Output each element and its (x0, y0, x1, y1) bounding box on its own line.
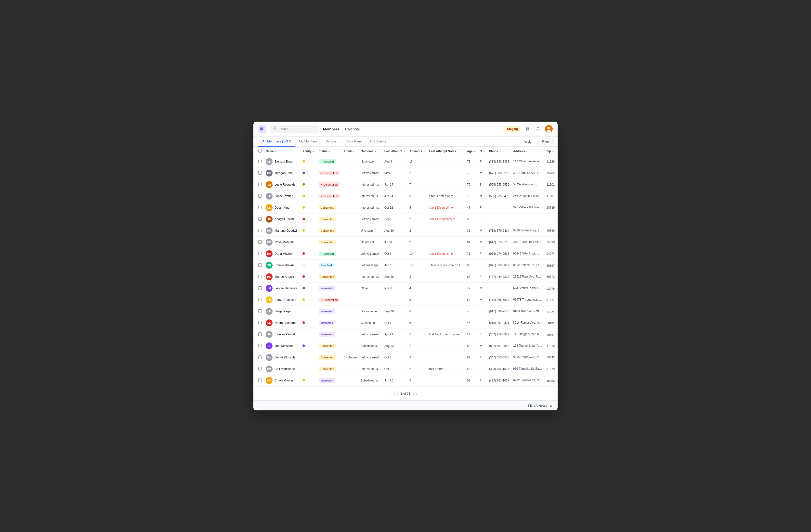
col-status[interactable]: Status▼ (317, 146, 342, 156)
row-checkbox-cell[interactable] (254, 248, 264, 260)
app-logo[interactable] (258, 125, 266, 133)
tab-all-members[interactable]: All Members (1415) (258, 137, 295, 146)
row-checkbox-cell[interactable] (254, 168, 264, 179)
col-zip[interactable]: Zip▼ (545, 146, 557, 156)
prev-page-button[interactable]: ‹ (391, 390, 398, 397)
row-checkbox-cell[interactable] (254, 179, 264, 190)
row-checkbox[interactable] (258, 367, 262, 371)
row-checkbox-cell[interactable] (254, 156, 264, 168)
table-row[interactable]: MC Meagan Cole ✕Disenrolled Left voicema… (254, 168, 557, 179)
name-cell[interactable]: NS Neoma Schaden (264, 317, 301, 329)
add-icon[interactable]: ⊕ (557, 332, 557, 337)
row-checkbox[interactable] (258, 217, 262, 221)
nav-calendar[interactable]: Calendar (345, 127, 360, 131)
name-cell[interactable]: CG Chaya Glover (264, 375, 301, 386)
row-checkbox[interactable] (258, 275, 262, 278)
table-row[interactable]: MK Marlee Krajcik Consented Interested -… (254, 271, 557, 283)
col-outcome[interactable]: Outcome▼ (358, 146, 382, 156)
next-page-button[interactable]: › (413, 390, 420, 397)
name-cell[interactable]: DM Dana Mitchell (264, 248, 301, 260)
search-box[interactable] (270, 125, 319, 132)
row-checkbox[interactable] (258, 298, 262, 301)
col-g[interactable]: G▼ (478, 146, 487, 156)
name-cell[interactable]: LH Leonie Hammes (264, 283, 301, 294)
row-checkbox[interactable] (258, 240, 262, 244)
name-cell[interactable]: EB Emmie Brakus (264, 260, 301, 271)
table-row[interactable]: DM Dana Mitchell ✓Enrolled Left voicemai… (254, 248, 557, 260)
row-checkbox[interactable] (258, 378, 262, 382)
col-name[interactable]: Name▼ (264, 146, 301, 156)
row-checkbox[interactable] (258, 332, 262, 336)
search-input[interactable] (278, 127, 316, 131)
add-icon[interactable]: ⊕ (557, 378, 557, 383)
select-all-checkbox-header[interactable] (254, 146, 264, 156)
row-checkbox[interactable] (258, 263, 262, 267)
row-checkbox[interactable] (258, 229, 262, 232)
name-cell[interactable]: CM Colt Morissette (264, 363, 301, 375)
row-checkbox-cell[interactable] (254, 190, 264, 202)
table-row[interactable]: AE Abagail Effertz Consented Left voicem… (254, 214, 557, 225)
table-row[interactable]: EB Emmie Brakus Reached Left message Jan… (254, 260, 557, 271)
row-checkbox[interactable] (258, 194, 262, 198)
table-row[interactable]: CG Chaya Glover Interested Scheduled a..… (254, 375, 557, 386)
name-cell[interactable]: LR Lucio Reynolds (264, 179, 301, 190)
draft-notes-toggle[interactable]: ▲ (549, 404, 553, 407)
table-row[interactable]: EB Elenora Bruen ✓Enrolled No answer Aug… (254, 156, 557, 168)
name-cell[interactable]: EP Ethelyn Paucek (264, 329, 301, 340)
col-address[interactable]: Address▼ (511, 146, 545, 156)
table-row[interactable]: PP Parker Pacocha ✕Disenrolled 0 69 M (1… (254, 294, 557, 306)
row-checkbox-cell[interactable] (254, 340, 264, 352)
table-row[interactable]: NS Neoma Schaden Interested Consented Oc… (254, 317, 557, 329)
table-row[interactable]: EP Ethelyn Paucek Interested Left voicem… (254, 329, 557, 340)
row-checkbox-cell[interactable] (254, 214, 264, 225)
name-cell[interactable]: AE Abagail Effertz (264, 214, 301, 225)
row-checkbox[interactable] (258, 206, 262, 209)
tab-my-members[interactable]: My Members (295, 137, 322, 146)
col-phone[interactable]: Phone▼ (487, 146, 511, 156)
row-checkbox-cell[interactable] (254, 352, 264, 363)
row-checkbox[interactable] (258, 183, 262, 186)
table-row[interactable]: CM Colt Morissette Consented Interested … (254, 363, 557, 375)
table-row[interactable]: NM Nova Mosciski Consented Do not call J… (254, 237, 557, 248)
row-checkbox-cell[interactable] (254, 271, 264, 283)
add-icon[interactable]: ⊕ (557, 286, 557, 291)
row-checkbox[interactable] (258, 321, 262, 324)
name-cell[interactable]: DW Dewitt Wunsch (264, 352, 301, 363)
col-age[interactable]: Age▼ (465, 146, 478, 156)
nav-members[interactable]: Members (323, 127, 339, 131)
tab-outreach[interactable]: Outreach (322, 137, 342, 146)
row-checkbox-cell[interactable] (254, 375, 264, 386)
name-cell[interactable]: MC Meagan Cole (264, 168, 301, 179)
name-cell[interactable]: HP Helga Pagac (264, 306, 301, 317)
row-checkbox[interactable] (258, 356, 262, 359)
row-checkbox-cell[interactable] (254, 237, 264, 248)
row-checkbox-cell[interactable] (254, 283, 264, 294)
row-checkbox[interactable] (258, 344, 262, 347)
tab-hie-events[interactable]: HIE Events (366, 137, 390, 146)
user-avatar[interactable] (545, 125, 553, 133)
name-cell[interactable]: LP Lance Pfeffer (264, 190, 301, 202)
tab-care-panel[interactable]: Care Panel (342, 137, 366, 146)
add-icon[interactable]: ⊕ (557, 263, 557, 267)
row-checkbox-cell[interactable] (254, 294, 264, 306)
row-checkbox[interactable] (258, 171, 262, 175)
table-row[interactable]: MG Mariane Goodwin Consented Unknown Aug… (254, 225, 557, 237)
name-cell[interactable]: EB Elenora Bruen (264, 156, 301, 168)
col-admit[interactable]: Admit▼ (341, 146, 358, 156)
row-checkbox[interactable] (258, 309, 262, 313)
table-row[interactable]: DK Dejah King Consented Interested - a..… (254, 202, 557, 214)
table-row[interactable]: DW Dewitt Wunsch Consented Discharge Lef… (254, 352, 557, 363)
row-checkbox-cell[interactable] (254, 306, 264, 317)
col-acuity[interactable]: Acuity▼ (301, 146, 317, 156)
add-icon[interactable]: ⊕ (557, 309, 557, 314)
grid-icon-btn[interactable] (523, 125, 531, 133)
name-cell[interactable]: PP Parker Pacocha (264, 294, 301, 306)
row-checkbox[interactable] (258, 252, 262, 255)
table-row[interactable]: LR Lucio Reynolds ✕Disenrolled Intereste… (254, 179, 557, 190)
row-checkbox-cell[interactable] (254, 225, 264, 237)
row-checkbox-cell[interactable] (254, 317, 264, 329)
table-row[interactable]: LP Lance Pfeffer ✕Disenrolled Interested… (254, 190, 557, 202)
name-cell[interactable]: DK Dejah King (264, 202, 301, 214)
name-cell[interactable]: MG Mariane Goodwin (264, 225, 301, 237)
row-checkbox[interactable] (258, 160, 262, 163)
